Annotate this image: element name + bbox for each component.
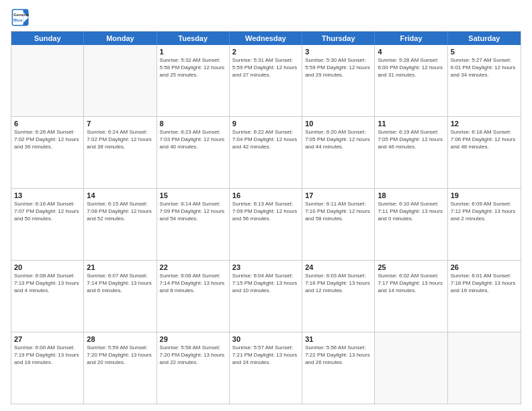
day-info: Sunrise: 6:10 AM Sunset: 7:11 PM Dayligh…: [378, 201, 444, 222]
day-number: 20: [14, 263, 81, 272]
day-info: Sunrise: 5:27 AM Sunset: 6:01 PM Dayligh…: [451, 57, 518, 79]
logo: General Blue: [11, 8, 32, 27]
calendar-cell: 24Sunrise: 6:03 AM Sunset: 7:16 PM Dayli…: [302, 261, 375, 332]
day-info: Sunrise: 6:15 AM Sunset: 7:08 PM Dayligh…: [87, 201, 153, 222]
day-info: Sunrise: 5:59 AM Sunset: 7:20 PM Dayligh…: [87, 345, 153, 366]
day-info: Sunrise: 5:56 AM Sunset: 7:22 PM Dayligh…: [305, 345, 371, 366]
day-number: 3: [305, 47, 371, 56]
day-info: Sunrise: 6:16 AM Sunset: 7:07 PM Dayligh…: [14, 201, 81, 222]
day-number: 29: [160, 334, 226, 344]
day-number: 5: [451, 47, 518, 56]
day-info: Sunrise: 5:57 AM Sunset: 7:21 PM Dayligh…: [232, 345, 299, 366]
day-info: Sunrise: 6:09 AM Sunset: 7:12 PM Dayligh…: [451, 201, 518, 222]
calendar-cell: 2Sunrise: 5:31 AM Sunset: 5:59 PM Daylig…: [230, 45, 302, 116]
day-number: 23: [232, 263, 299, 272]
calendar-cell: 13Sunrise: 6:16 AM Sunset: 7:07 PM Dayli…: [11, 189, 84, 260]
calendar-cell: 23Sunrise: 6:04 AM Sunset: 7:15 PM Dayli…: [230, 261, 302, 332]
day-number: 8: [160, 119, 226, 128]
calendar-cell: 20Sunrise: 6:08 AM Sunset: 7:13 PM Dayli…: [11, 261, 84, 332]
day-number: 21: [87, 263, 153, 272]
calendar-cell: 6Sunrise: 6:26 AM Sunset: 7:02 PM Daylig…: [11, 117, 84, 188]
day-info: Sunrise: 6:04 AM Sunset: 7:15 PM Dayligh…: [232, 273, 299, 294]
day-info: Sunrise: 6:23 AM Sunset: 7:03 PM Dayligh…: [160, 129, 226, 150]
calendar-cell: [11, 45, 84, 116]
calendar-cell: [84, 45, 157, 116]
day-number: 4: [378, 47, 444, 56]
day-info: Sunrise: 6:11 AM Sunset: 7:10 PM Dayligh…: [305, 201, 371, 222]
day-info: Sunrise: 5:28 AM Sunset: 6:00 PM Dayligh…: [378, 57, 444, 79]
calendar-cell: 29Sunrise: 5:58 AM Sunset: 7:20 PM Dayli…: [157, 332, 230, 404]
calendar-cell: 9Sunrise: 6:22 AM Sunset: 7:04 PM Daylig…: [230, 117, 302, 188]
calendar-cell: 30Sunrise: 5:57 AM Sunset: 7:21 PM Dayli…: [230, 332, 302, 404]
calendar-row: 13Sunrise: 6:16 AM Sunset: 7:07 PM Dayli…: [11, 188, 521, 260]
calendar-cell: 28Sunrise: 5:59 AM Sunset: 7:20 PM Dayli…: [84, 332, 157, 404]
day-info: Sunrise: 6:01 AM Sunset: 7:18 PM Dayligh…: [451, 273, 518, 294]
day-number: 11: [378, 119, 444, 128]
calendar-cell: [375, 332, 447, 404]
day-info: Sunrise: 6:18 AM Sunset: 7:06 PM Dayligh…: [451, 129, 518, 150]
day-info: Sunrise: 5:32 AM Sunset: 5:58 PM Dayligh…: [160, 57, 226, 79]
calendar-cell: 14Sunrise: 6:15 AM Sunset: 7:08 PM Dayli…: [84, 189, 157, 260]
calendar-cell: 22Sunrise: 6:06 AM Sunset: 7:14 PM Dayli…: [157, 261, 230, 332]
calendar-cell: 27Sunrise: 6:00 AM Sunset: 7:19 PM Dayli…: [11, 332, 84, 404]
weekday-header: Friday: [375, 32, 447, 45]
weekday-header: Tuesday: [157, 32, 230, 45]
header: General Blue: [11, 8, 521, 27]
weekday-header: Sunday: [11, 32, 84, 45]
calendar-cell: 25Sunrise: 6:02 AM Sunset: 7:17 PM Dayli…: [375, 261, 447, 332]
weekday-header: Thursday: [302, 32, 375, 45]
calendar-cell: 12Sunrise: 6:18 AM Sunset: 7:06 PM Dayli…: [448, 117, 521, 188]
day-number: 6: [14, 119, 81, 128]
day-info: Sunrise: 6:24 AM Sunset: 7:02 PM Dayligh…: [87, 129, 153, 150]
day-number: 22: [160, 263, 226, 272]
calendar-cell: 5Sunrise: 5:27 AM Sunset: 6:01 PM Daylig…: [448, 45, 521, 116]
day-number: 30: [232, 334, 299, 344]
day-number: 2: [232, 47, 299, 56]
day-number: 10: [305, 119, 371, 128]
calendar-cell: 15Sunrise: 6:14 AM Sunset: 7:09 PM Dayli…: [157, 189, 230, 260]
day-info: Sunrise: 6:08 AM Sunset: 7:13 PM Dayligh…: [14, 273, 81, 294]
calendar-cell: 7Sunrise: 6:24 AM Sunset: 7:02 PM Daylig…: [84, 117, 157, 188]
day-info: Sunrise: 6:13 AM Sunset: 7:09 PM Dayligh…: [232, 201, 299, 222]
day-number: 15: [160, 191, 226, 200]
calendar-cell: 31Sunrise: 5:56 AM Sunset: 7:22 PM Dayli…: [302, 332, 375, 404]
calendar-body: 1Sunrise: 5:32 AM Sunset: 5:58 PM Daylig…: [11, 45, 521, 404]
day-info: Sunrise: 6:06 AM Sunset: 7:14 PM Dayligh…: [160, 273, 226, 294]
calendar-cell: 8Sunrise: 6:23 AM Sunset: 7:03 PM Daylig…: [157, 117, 230, 188]
day-number: 12: [451, 119, 518, 128]
day-info: Sunrise: 6:02 AM Sunset: 7:17 PM Dayligh…: [378, 273, 444, 294]
calendar-cell: 11Sunrise: 6:19 AM Sunset: 7:05 PM Dayli…: [375, 117, 447, 188]
day-number: 19: [451, 191, 518, 200]
day-info: Sunrise: 6:14 AM Sunset: 7:09 PM Dayligh…: [160, 201, 226, 222]
calendar-row: 20Sunrise: 6:08 AM Sunset: 7:13 PM Dayli…: [11, 260, 521, 332]
day-info: Sunrise: 6:26 AM Sunset: 7:02 PM Dayligh…: [14, 129, 81, 150]
day-number: 1: [160, 47, 226, 56]
calendar-cell: [448, 332, 521, 404]
day-number: 13: [14, 191, 81, 200]
calendar-row: 27Sunrise: 6:00 AM Sunset: 7:19 PM Dayli…: [11, 332, 521, 404]
calendar-cell: 21Sunrise: 6:07 AM Sunset: 7:14 PM Dayli…: [84, 261, 157, 332]
day-info: Sunrise: 6:03 AM Sunset: 7:16 PM Dayligh…: [305, 273, 371, 294]
calendar-cell: 3Sunrise: 5:30 AM Sunset: 5:59 PM Daylig…: [302, 45, 375, 116]
calendar-row: 6Sunrise: 6:26 AM Sunset: 7:02 PM Daylig…: [11, 116, 521, 188]
page: General Blue SundayMondayTuesdayWednesda…: [0, 0, 532, 411]
day-info: Sunrise: 5:31 AM Sunset: 5:59 PM Dayligh…: [232, 57, 299, 79]
calendar-cell: 1Sunrise: 5:32 AM Sunset: 5:58 PM Daylig…: [157, 45, 230, 116]
day-info: Sunrise: 6:19 AM Sunset: 7:05 PM Dayligh…: [378, 129, 444, 150]
calendar-row: 1Sunrise: 5:32 AM Sunset: 5:58 PM Daylig…: [11, 45, 521, 116]
day-info: Sunrise: 6:20 AM Sunset: 7:05 PM Dayligh…: [305, 129, 371, 150]
day-number: 9: [232, 119, 299, 128]
calendar-cell: 17Sunrise: 6:11 AM Sunset: 7:10 PM Dayli…: [302, 189, 375, 260]
day-number: 7: [87, 119, 153, 128]
day-number: 17: [305, 191, 371, 200]
day-number: 31: [305, 334, 371, 344]
day-number: 27: [14, 334, 81, 344]
calendar-cell: 19Sunrise: 6:09 AM Sunset: 7:12 PM Dayli…: [448, 189, 521, 260]
calendar-cell: 10Sunrise: 6:20 AM Sunset: 7:05 PM Dayli…: [302, 117, 375, 188]
day-info: Sunrise: 6:07 AM Sunset: 7:14 PM Dayligh…: [87, 273, 153, 294]
day-number: 14: [87, 191, 153, 200]
day-number: 28: [87, 334, 153, 344]
day-number: 18: [378, 191, 444, 200]
day-number: 25: [378, 263, 444, 272]
day-info: Sunrise: 5:58 AM Sunset: 7:20 PM Dayligh…: [160, 345, 226, 366]
